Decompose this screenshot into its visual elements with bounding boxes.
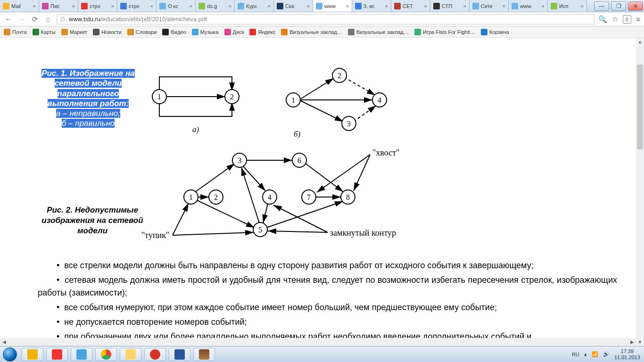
taskbar-item-chrome[interactable] [95, 348, 117, 361]
svg-text:3: 3 [238, 156, 241, 165]
tab-7[interactable]: Ска× [274, 0, 313, 12]
close-icon[interactable]: × [72, 3, 75, 9]
tab-12[interactable]: Сете× [470, 0, 509, 12]
tab-14[interactable]: Исп× [548, 0, 587, 12]
svg-line-21 [195, 164, 235, 192]
bookmark-visual-1[interactable]: Визуальные заклад… [281, 29, 342, 35]
reload-button[interactable]: ⟳ [30, 15, 40, 24]
tab-3[interactable]: стро× [117, 0, 157, 12]
svg-text:1: 1 [157, 93, 161, 101]
taskbar-item-1[interactable] [22, 348, 43, 361]
svg-text:4: 4 [378, 96, 381, 104]
taskbar-item-3[interactable] [71, 348, 92, 361]
bookmark-slovari[interactable]: Словари [127, 29, 157, 35]
horizontal-scrollbar[interactable]: ◀ ▶ [0, 338, 636, 346]
menu-icon[interactable]: ≡ [636, 15, 640, 24]
scroll-thumb[interactable] [637, 65, 643, 149]
close-icon[interactable]: × [150, 3, 153, 9]
close-icon[interactable]: × [463, 3, 466, 9]
tab-10[interactable]: СЕТ× [391, 0, 430, 12]
bookmark-novosti[interactable]: Новости [93, 29, 122, 35]
figure-1a-diagram: 1 2 а) [141, 68, 250, 139]
svg-text:3: 3 [347, 120, 351, 128]
svg-text:а): а) [192, 125, 199, 134]
close-icon[interactable]: × [190, 3, 192, 9]
vertical-scrollbar[interactable]: ▲ ▼ [636, 38, 644, 346]
tab-6[interactable]: Курс× [235, 0, 274, 12]
scroll-right-icon[interactable]: ▶ [628, 338, 636, 346]
tab-1[interactable]: Пис× [39, 0, 78, 12]
taskbar-item-winrar[interactable] [193, 348, 215, 361]
tray-lang[interactable]: RU [572, 352, 579, 357]
windows-taskbar: RU ▴ 📶 🔊 17:3911.01.2013 [0, 346, 644, 362]
tab-8-active[interactable]: www× [313, 0, 352, 12]
bookmark-korzina[interactable]: Корзина [481, 29, 509, 35]
tab-5[interactable]: do.g× [196, 0, 235, 12]
bookmark-game-fists[interactable]: Игра Fists For Fighti… [414, 29, 475, 35]
translate-icon[interactable]: 文 [623, 15, 631, 24]
tray-clock[interactable]: 17:3911.01.2013 [614, 348, 640, 360]
bookmark-star-icon[interactable]: ☆ [612, 15, 618, 24]
close-icon[interactable]: × [503, 3, 505, 9]
close-icon[interactable]: × [229, 3, 231, 9]
tray-volume-icon[interactable]: 🔊 [603, 351, 610, 357]
label-loop: замкнутый контур [330, 228, 396, 238]
tray-network-icon[interactable]: 📶 [592, 351, 598, 357]
svg-line-29 [266, 201, 343, 228]
close-icon[interactable]: × [307, 3, 310, 9]
address-bar[interactable]: 🗋 www.tstu.ru/education/elib/pdf/2010/al… [57, 14, 594, 25]
close-icon[interactable]: × [268, 3, 271, 9]
close-window-button[interactable]: ✕ [628, 1, 643, 11]
close-icon[interactable]: × [111, 3, 114, 9]
window-controls: — ❐ ✕ [593, 0, 644, 12]
svg-line-22 [197, 200, 255, 228]
tab-9[interactable]: 3. ис× [352, 0, 391, 12]
bookmark-market[interactable]: Маркет [61, 29, 87, 35]
svg-text:2: 2 [338, 72, 341, 80]
close-icon[interactable]: × [385, 3, 388, 9]
browser-tab-strip: Mail× Пис× стро× стро× О кс× do.g× Курс×… [0, 0, 644, 12]
taskbar-item-word[interactable] [169, 348, 190, 361]
scroll-up-icon[interactable]: ▲ [636, 38, 644, 46]
close-icon[interactable]: × [33, 3, 36, 9]
tab-11[interactable]: СТП× [430, 0, 470, 12]
close-icon[interactable]: × [581, 3, 584, 9]
svg-text:8: 8 [346, 193, 350, 201]
bookmark-disk[interactable]: Диск [224, 29, 244, 35]
pdf-viewport: Рис. 1. Изображение на сетевой модели па… [0, 38, 644, 346]
back-button[interactable]: ← [4, 15, 13, 24]
tab-0[interactable]: Mail× [0, 0, 39, 12]
start-button[interactable] [0, 346, 20, 362]
minimize-button[interactable]: — [594, 1, 609, 11]
svg-text:4: 4 [268, 193, 272, 201]
bookmark-visual-2[interactable]: Визуальные заклад… [348, 29, 409, 35]
search-icon[interactable]: 🔍 [598, 15, 607, 24]
home-button[interactable]: ⌂ [43, 15, 53, 24]
url-host: www.tstu.ru [69, 16, 100, 23]
bookmark-karty[interactable]: Карты [33, 29, 56, 35]
tab-13[interactable]: www× [509, 0, 548, 12]
taskbar-item-2[interactable] [46, 348, 68, 361]
close-icon[interactable]: × [542, 3, 545, 9]
maximize-button[interactable]: ❐ [611, 1, 626, 11]
scroll-left-icon[interactable]: ◀ [0, 338, 8, 346]
bookmark-video[interactable]: Видео [162, 29, 186, 35]
scroll-down-icon[interactable]: ▼ [636, 338, 644, 346]
figure-2-caption: Рис. 2. Недопустимые изображения на сете… [41, 205, 144, 236]
svg-line-24 [243, 166, 265, 191]
taskbar-item-opera[interactable] [144, 348, 166, 361]
close-icon[interactable]: × [346, 3, 349, 9]
taskbar-item-explorer[interactable] [120, 348, 141, 361]
svg-text:1: 1 [189, 193, 193, 201]
tab-4[interactable]: О кс× [157, 0, 196, 12]
forward-button[interactable]: → [17, 15, 26, 24]
svg-line-9 [344, 77, 375, 95]
browser-toolbar: ← → ⟳ ⌂ 🗋 www.tstu.ru/education/elib/pdf… [0, 12, 644, 26]
close-icon[interactable]: × [424, 3, 427, 9]
bookmark-yandex[interactable]: Яндекс [249, 29, 275, 35]
tab-2[interactable]: стро× [78, 0, 117, 12]
svg-line-35 [268, 231, 328, 232]
tray-chevron-up-icon[interactable]: ▴ [584, 351, 587, 357]
bookmark-muzyka[interactable]: Музыка [192, 29, 219, 35]
bookmark-pochta[interactable]: Почта [4, 29, 27, 35]
